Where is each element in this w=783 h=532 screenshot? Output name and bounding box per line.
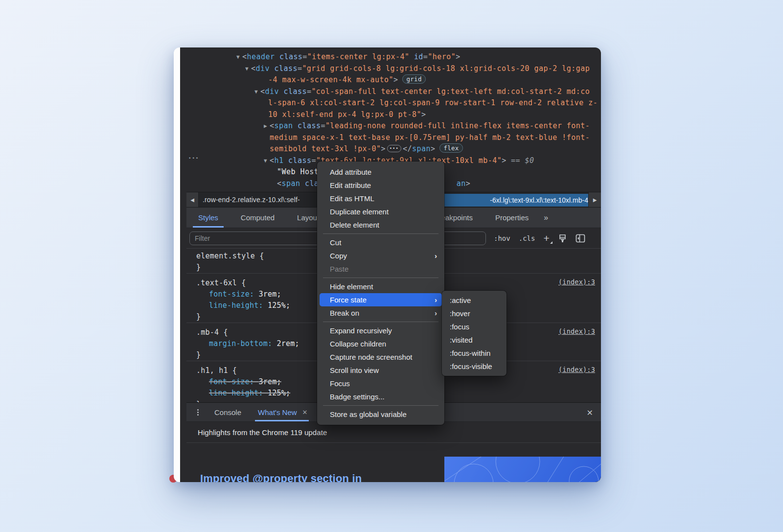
code-token: "hero" xyxy=(428,52,456,61)
code-token: > xyxy=(431,144,435,153)
rendering-brush-icon[interactable] xyxy=(558,234,567,243)
css-rule-selector[interactable]: element.style { xyxy=(196,252,264,260)
context-menu-item-store-as-global-variable[interactable]: Store as global variable xyxy=(320,408,442,421)
dom-tree-line[interactable]: ▶<span class="leading-none rounded-full … xyxy=(264,121,590,131)
breadcrumb-forward-icon[interactable]: ▶ xyxy=(588,192,601,207)
css-property[interactable]: line-height: 125%; xyxy=(209,388,290,398)
context-menu-item-force-state[interactable]: Force state› xyxy=(320,293,442,306)
stylesheet-source-link[interactable]: (index):3 xyxy=(558,278,595,286)
css-rule-selector[interactable]: .mb-4 { xyxy=(196,328,228,337)
inline-expand-icon[interactable]: ••• xyxy=(387,145,401,152)
expand-arrow-icon[interactable]: ▼ xyxy=(264,158,267,164)
context-menu-item-add-attribute[interactable]: Add attribute xyxy=(320,165,442,179)
css-rule-selector[interactable]: .h1, h1 { xyxy=(196,366,237,375)
context-menu-item-hide-element[interactable]: Hide element xyxy=(320,280,442,293)
context-menu-item-collapse-children[interactable]: Collapse children xyxy=(320,337,442,350)
breadcrumb-path[interactable]: .row-end-2.relative.z-10.xl\:self- xyxy=(203,192,300,207)
more-tabs-icon[interactable]: » xyxy=(540,208,551,228)
dom-tree-line[interactable]: ▼<div class="grid grid-cols-8 lg:grid-co… xyxy=(245,64,590,73)
css-property-value: 2rem; xyxy=(276,339,299,348)
code-token: > xyxy=(456,52,460,61)
code-token: </ xyxy=(403,144,412,153)
context-menu-item-expand-recursively[interactable]: Expand recursively xyxy=(320,324,442,337)
context-menu-item-cut[interactable]: Cut xyxy=(320,236,442,249)
code-token: = xyxy=(302,52,307,61)
expand-arrow-icon[interactable]: ▼ xyxy=(254,89,258,95)
tab-computed[interactable]: Computed xyxy=(230,208,286,228)
code-token: > xyxy=(502,156,506,165)
whats-new-article-link[interactable]: Improved @property section in xyxy=(200,472,362,482)
submenu-item-visited[interactable]: :visited xyxy=(442,333,507,347)
context-menu-item-badge-settings[interactable]: Badge settings... xyxy=(320,390,442,403)
code-token: class xyxy=(284,156,312,165)
css-property[interactable]: line-height: 125%; xyxy=(209,301,290,310)
whats-new-tab-close-icon[interactable]: ✕ xyxy=(302,409,308,416)
dom-tree-line[interactable]: ▼<header class="items-center lg:px-4" id… xyxy=(236,52,461,62)
code-token: = xyxy=(307,87,311,96)
flex-badge[interactable]: flex xyxy=(439,143,462,153)
css-property-value: 3rem; xyxy=(259,290,281,299)
whats-new-headline-row: Highlights from the Chrome 119 update xyxy=(186,422,601,443)
css-rule-selector[interactable]: .text-6xl { xyxy=(196,278,246,287)
computed-sidebar-toggle-icon[interactable] xyxy=(576,234,585,243)
tab-properties[interactable]: Properties xyxy=(484,208,540,228)
css-property-name: line-height: xyxy=(209,389,268,397)
expand-arrow-icon[interactable]: ▼ xyxy=(245,66,249,72)
context-menu-item-delete-element[interactable]: Delete element xyxy=(320,218,442,231)
css-property-value: 125%; xyxy=(268,301,290,310)
dom-tree-line[interactable]: medium space-x-1 text-base px-[0.75rem] … xyxy=(270,133,590,142)
code-token: < xyxy=(260,87,265,96)
context-menu-item-break-on[interactable]: Break on› xyxy=(320,306,442,320)
stylesheet-source-link[interactable]: (index):3 xyxy=(558,366,595,373)
code-token: div xyxy=(256,64,270,73)
context-menu-item-edit-as-html[interactable]: Edit as HTML xyxy=(320,192,442,205)
code-token: span xyxy=(412,144,431,153)
new-style-rule-button[interactable]: + xyxy=(543,234,549,243)
code-token: < xyxy=(270,121,274,130)
context-menu-item-focus[interactable]: Focus xyxy=(320,377,442,390)
dom-tree-line[interactable]: ▼<div class="col-span-full text-center l… xyxy=(254,87,590,96)
code-token: span xyxy=(281,179,300,188)
breadcrumb-back-icon[interactable]: ◀ xyxy=(186,192,199,207)
dom-tree-line[interactable]: -4 max-w-screen-4k mx-auto">grid xyxy=(268,75,426,85)
code-token: "grid grid-cols-8 lg:grid-cols-18 xl:gri… xyxy=(302,64,590,73)
css-property-name: line-height: xyxy=(209,301,268,310)
submenu-item-focus-within[interactable]: :focus-within xyxy=(442,347,507,360)
context-menu-item-capture-node-screenshot[interactable]: Capture node screenshot xyxy=(320,350,442,364)
element-classes-button[interactable]: .cls xyxy=(519,234,535,242)
css-property[interactable]: font-size: 3rem; xyxy=(209,289,281,299)
whats-new-article-image xyxy=(444,457,601,482)
grid-badge[interactable]: grid xyxy=(402,74,425,84)
css-property[interactable]: font-size: 3rem; xyxy=(209,377,281,387)
overflow-dots[interactable]: ••• xyxy=(188,156,199,161)
code-token: > xyxy=(466,179,470,188)
css-property-name: font-size: xyxy=(209,377,259,386)
dom-tree-line[interactable]: 10 xl:self-end px-4 lg:px-0 pt-8"> xyxy=(268,110,426,119)
toggle-element-state-button[interactable]: :hov xyxy=(494,234,510,242)
tab-console[interactable]: Console xyxy=(214,408,241,416)
code-token: < xyxy=(270,156,274,165)
css-property[interactable]: margin-bottom: 2rem; xyxy=(209,339,299,348)
submenu-item-active[interactable]: :active xyxy=(442,294,507,307)
stylesheet-source-link[interactable]: (index):3 xyxy=(558,327,595,335)
tab-whats-new[interactable]: What's New ✕ xyxy=(258,403,307,421)
code-token: class xyxy=(270,64,298,73)
css-property-name: font-size: xyxy=(209,290,259,299)
context-menu-item-copy[interactable]: Copy› xyxy=(320,249,442,262)
expand-arrow-icon[interactable]: ▶ xyxy=(264,123,267,129)
code-token: div xyxy=(265,87,279,96)
submenu-item-focus[interactable]: :focus xyxy=(442,320,507,333)
context-menu-item-edit-attribute[interactable]: Edit attribute xyxy=(320,179,442,192)
dom-tree-line[interactable]: l-span-6 xl:col-start-2 lg:col-span-9 ro… xyxy=(268,98,598,108)
submenu-item-focus-visible[interactable]: :focus-visible xyxy=(442,360,507,373)
context-menu-item-duplicate-element[interactable]: Duplicate element xyxy=(320,205,442,218)
menu-separator xyxy=(323,405,438,406)
drawer-menu-icon[interactable] xyxy=(197,409,199,416)
context-menu-item-scroll-into-view[interactable]: Scroll into view xyxy=(320,364,442,377)
dom-tree-line[interactable]: semibold text-3xl !px-0">•••</span>flex xyxy=(270,144,463,154)
code-token: span xyxy=(275,121,293,130)
drawer-close-icon[interactable]: ✕ xyxy=(587,403,593,422)
expand-arrow-icon[interactable]: ▼ xyxy=(236,54,240,60)
submenu-item-hover[interactable]: :hover xyxy=(442,307,507,320)
tab-styles[interactable]: Styles xyxy=(187,208,230,228)
